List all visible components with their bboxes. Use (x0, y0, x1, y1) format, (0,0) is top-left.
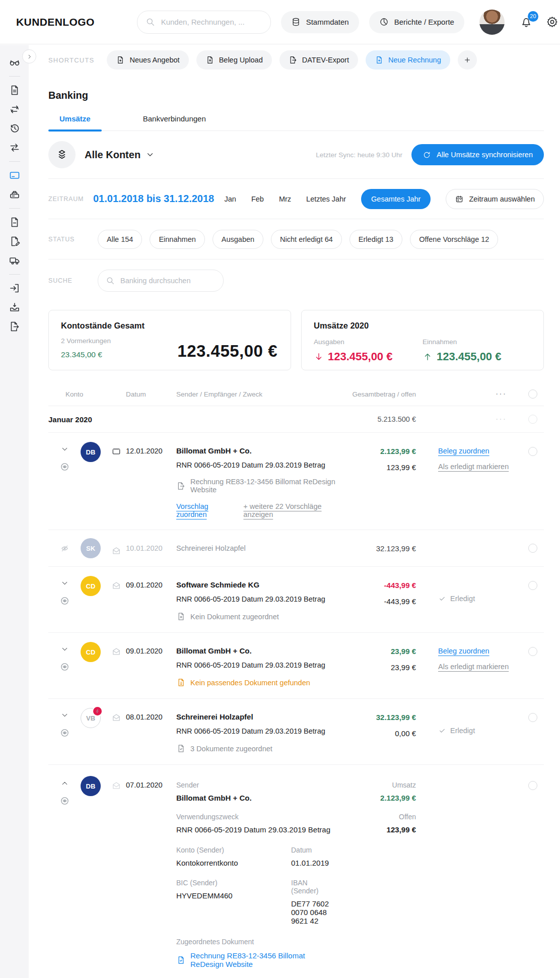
ausgaben-label: Ausgaben (314, 338, 423, 346)
notifications-button[interactable]: 20 (520, 16, 533, 29)
account-avatar[interactable]: VB (81, 708, 101, 728)
zeitraum-picker-button[interactable]: Zeitraum auswählen (446, 189, 544, 209)
berichte-exporte-button[interactable]: Berichte / Exporte (369, 11, 464, 33)
row-checkbox[interactable] (528, 713, 537, 722)
transaction-amount: 23,99 € (335, 647, 416, 656)
sync-all-button[interactable]: Alle Umsätze synchronisieren (411, 144, 544, 165)
beleg-zuordnen-link[interactable]: Beleg zuordnen (438, 447, 489, 455)
chevron-down-icon[interactable] (146, 150, 155, 159)
delivery-truck-icon[interactable] (9, 254, 21, 267)
detail-fields: Konto (Sender) Kontokorrentkonto Datum 0… (176, 846, 335, 925)
accounts-selector-button[interactable] (48, 141, 76, 168)
tab-bankverbindungen[interactable]: Bankverbindungen (132, 114, 217, 131)
mehr-vorschlaege-link[interactable]: + weitere 22 Vorschläge anzeigen (243, 502, 335, 518)
expand-row-icon[interactable] (60, 645, 69, 654)
document-export-icon[interactable] (9, 320, 21, 333)
sidebar-divider (9, 161, 20, 162)
shortcut-datev-export[interactable]: DATEV-Export (279, 50, 358, 70)
status-pill-erledigt[interactable]: Erledigt 13 (349, 230, 402, 249)
eye-icon[interactable] (60, 462, 69, 472)
import-icon[interactable] (9, 282, 21, 294)
banking-icon[interactable] (9, 169, 21, 181)
quick-filter-gesamtes-jahr[interactable]: Gesamtes Jahr (361, 189, 431, 209)
row-checkbox[interactable] (528, 544, 537, 553)
banking-search[interactable] (98, 270, 224, 292)
expand-row-icon[interactable] (60, 445, 69, 453)
als-erledigt-link[interactable]: Als erledigt markieren (438, 663, 509, 671)
summary-cards: Kontostände Gesamt 2 Vormerkungen 23.345… (48, 310, 544, 370)
transactions-icon[interactable] (9, 142, 21, 154)
cash-register-icon[interactable] (9, 188, 21, 201)
transaction-date: 09.01.2020 (126, 642, 176, 655)
recurring-icon[interactable] (9, 103, 21, 115)
table-options-button[interactable]: ··· (416, 389, 522, 399)
vorschlag-zuordnen-link[interactable]: Vorschlag zuordnen (176, 502, 230, 518)
eye-icon[interactable] (60, 662, 69, 672)
umsatz-label: Umsatz (335, 781, 416, 789)
row-checkbox[interactable] (528, 647, 537, 656)
stammdaten-label: Stammdaten (306, 18, 349, 26)
invoice-icon[interactable] (9, 84, 21, 96)
shortcut-neues-angebot[interactable]: Neues Angebot (107, 50, 188, 70)
account-avatar[interactable]: DB (81, 776, 101, 796)
shortcut-neue-rechnung[interactable]: Neue Rechnung (366, 50, 450, 70)
assigned-document-link[interactable]: Rechnung RE83-12-3456 Billomat ReDesign … (176, 951, 335, 968)
stammdaten-button[interactable]: Stammdaten (281, 11, 359, 33)
account-avatar[interactable]: CD (81, 576, 101, 596)
account-avatar[interactable]: DB (81, 442, 101, 462)
zugeordnetes-dokument-label: Zugeordnetes Dokument (176, 938, 335, 946)
konto-sender-label: Konto (Sender) (176, 846, 291, 854)
quick-filter-feb[interactable]: Feb (251, 195, 264, 203)
status-pill-ausgaben[interactable]: Ausgaben (213, 230, 263, 249)
status-pill-nicht-erledigt[interactable]: Nicht erledigt 64 (271, 230, 342, 249)
account-avatar[interactable]: SK (81, 538, 101, 558)
status-pill-alle[interactable]: Alle 154 (98, 230, 142, 249)
add-shortcut-button[interactable] (458, 50, 477, 70)
eye-icon[interactable] (60, 596, 69, 606)
row-checkbox[interactable] (528, 447, 537, 456)
status-pill-einnahmen[interactable]: Einnahmen (150, 230, 204, 249)
sidebar-expand-button[interactable] (22, 49, 36, 63)
user-avatar[interactable] (479, 10, 505, 35)
shortcut-beleg-upload[interactable]: Beleg Upload (196, 50, 272, 70)
beleg-zuordnen-link[interactable]: Beleg zuordnen (438, 647, 489, 655)
global-search-input[interactable] (160, 17, 262, 27)
check-icon (438, 595, 446, 603)
counterparty-name: Billomat GmbH + Co. (176, 446, 335, 455)
status-pill-offene-vorschlaege[interactable]: Offene Vorschläge 12 (410, 230, 498, 249)
als-erledigt-link[interactable]: Als erledigt markieren (438, 463, 509, 471)
document-icon[interactable] (9, 216, 21, 228)
quick-filter-mrz[interactable]: Mrz (279, 195, 291, 203)
group-options-button[interactable]: ··· (416, 415, 522, 424)
zeitraum-filter-row: ZEITRAUM 01.01.2018 bis 31.12.2018 Jan F… (48, 179, 544, 219)
accounts-selector-label[interactable]: Alle Konten (85, 149, 141, 161)
envelope-open-icon (111, 546, 121, 556)
transaction-purpose: RNR 0066-05-2019 Datum 29.03.2019 Betrag (176, 661, 335, 669)
date-range-value[interactable]: 01.01.2018 bis 31.12.2018 (93, 193, 214, 205)
global-search[interactable] (137, 11, 271, 34)
row-checkbox[interactable] (528, 581, 537, 590)
open-amount: 0,00 € (335, 729, 416, 738)
history-icon[interactable] (9, 122, 21, 135)
sidebar-divider (9, 208, 20, 209)
inbox-icon[interactable] (9, 301, 21, 313)
expand-row-icon[interactable] (60, 579, 69, 588)
quick-filter-letztes-jahr[interactable]: Letztes Jahr (306, 195, 346, 203)
account-avatar[interactable]: CD (81, 642, 101, 662)
document-status: Kein Dokument zugeordnet (176, 612, 335, 621)
expand-row-icon[interactable] (60, 711, 69, 720)
quick-filter-jan[interactable]: Jan (225, 195, 236, 203)
tab-umsaetze[interactable]: Umsätze (48, 114, 102, 131)
document-upload-icon (205, 55, 215, 64)
glasses-icon[interactable] (9, 56, 21, 69)
settings-button[interactable] (546, 16, 558, 28)
document-edit-icon[interactable] (9, 235, 21, 247)
row-checkbox[interactable] (528, 781, 537, 790)
eye-icon[interactable] (60, 728, 69, 738)
eye-off-icon[interactable] (60, 544, 69, 553)
eye-icon[interactable] (60, 796, 69, 806)
select-all-checkbox[interactable] (528, 389, 537, 399)
collapse-row-icon[interactable] (60, 779, 69, 788)
banking-search-input[interactable] (119, 276, 216, 285)
group-checkbox[interactable] (528, 415, 537, 424)
